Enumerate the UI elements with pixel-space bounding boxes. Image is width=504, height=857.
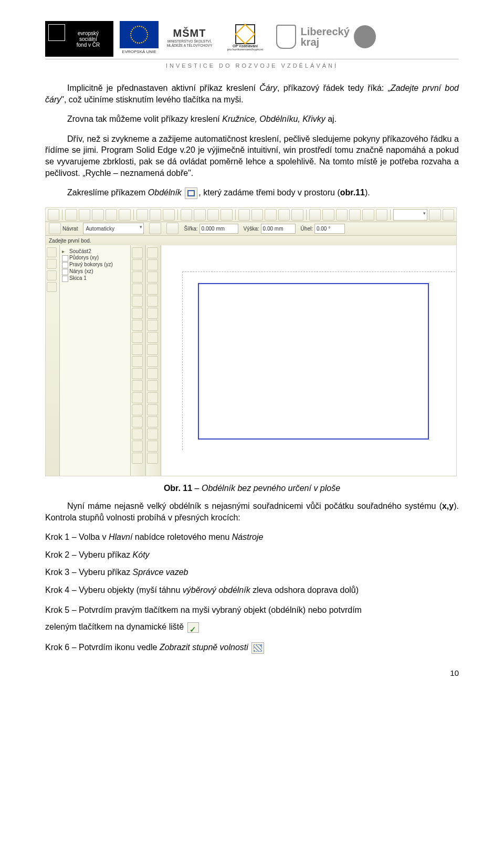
tool-fillet[interactable] (147, 308, 158, 319)
toolbar-btn[interactable] (309, 209, 321, 221)
tool-btn[interactable] (147, 332, 158, 343)
tool-btn[interactable] (132, 356, 143, 367)
tool-btn[interactable] (132, 296, 143, 307)
toolbar-btn[interactable] (136, 209, 148, 221)
tool-btn[interactable] (132, 320, 143, 331)
logo-kraj-top: Liberecký (300, 26, 349, 37)
height-label: Výška: (244, 226, 259, 232)
height-input[interactable]: 0.00 mm (261, 224, 296, 234)
tool-rectangle[interactable] (147, 271, 158, 283)
logo-kraj-bottom: kraj (300, 37, 349, 47)
tool-btn[interactable] (147, 368, 158, 379)
app-screenshot: Návrat Automaticky Šířka: 0.000 mm Výška… (45, 207, 457, 476)
sidebar-tab[interactable] (47, 259, 57, 269)
toolbar-btn[interactable] (149, 223, 161, 234)
toolbar-btn[interactable] (220, 209, 232, 221)
toolbar-btn[interactable] (150, 209, 161, 221)
toolbar-btn[interactable] (207, 209, 219, 221)
tool-btn[interactable] (132, 453, 143, 464)
tool-select[interactable] (147, 247, 158, 258)
rectangle-icon (185, 187, 197, 199)
angle-input[interactable]: 0.00 ° (314, 224, 345, 234)
app-toolbar-top (46, 208, 456, 222)
command-prompt: Zadejte první bod. (46, 236, 456, 246)
logo-esf: evropský sociální fond v ČR (45, 21, 113, 57)
tool-btn[interactable] (132, 380, 143, 391)
tool-btn[interactable] (147, 356, 158, 367)
tool-btn[interactable] (132, 332, 143, 343)
tool-circle[interactable] (147, 284, 158, 295)
sidebar-tab[interactable] (47, 282, 57, 292)
tool-btn[interactable] (132, 259, 143, 270)
toolbar-btn[interactable] (322, 209, 334, 221)
tree-item[interactable]: Skica 1 (62, 275, 128, 281)
tool-btn[interactable] (132, 271, 143, 283)
para-5: Nyní máme nejasně velký obdélník s nejas… (45, 500, 459, 523)
tool-btn[interactable] (147, 344, 158, 355)
tool-btn[interactable] (147, 404, 158, 415)
tool-btn[interactable] (132, 428, 143, 440)
para-4: Zakreslíme příkazem Obdélník , který zad… (45, 187, 459, 199)
toolbar-btn[interactable] (336, 209, 348, 221)
tool-arc[interactable] (147, 296, 158, 307)
toolbar-btn[interactable] (251, 209, 263, 221)
toolbar-btn[interactable] (119, 209, 130, 221)
tree-item[interactable]: Nárys (xz) (62, 268, 128, 275)
toolbar-btn[interactable] (48, 209, 59, 221)
toolbar-btn[interactable] (163, 209, 174, 221)
toolbox-col1 (131, 245, 146, 476)
para-1: Implicitně je přednastaven aktivní příka… (45, 82, 459, 105)
tool-btn[interactable] (132, 404, 143, 415)
toolbar-btn[interactable] (79, 209, 90, 221)
tree-item[interactable]: Půdorys (xy) (62, 254, 128, 261)
tool-btn[interactable] (147, 416, 158, 427)
tool-btn[interactable] (147, 428, 158, 440)
tool-btn[interactable] (147, 453, 158, 464)
toolbar-btn[interactable] (65, 209, 77, 221)
tool-btn[interactable] (147, 392, 158, 403)
tool-btn[interactable] (132, 441, 143, 452)
sidebar-tab[interactable] (47, 270, 57, 280)
tool-btn[interactable] (147, 320, 158, 331)
logo-msmt: MŠMT MINISTERSTVO ŠKOLSTVÍ, MLÁDEŽE A TĚ… (165, 21, 214, 54)
tree-item[interactable]: Pravý bokorys (yz) (62, 261, 128, 268)
tool-btn[interactable] (132, 247, 143, 258)
para-3: Dřív, než si zvykneme a zažijeme automat… (45, 133, 459, 179)
tool-btn[interactable] (132, 284, 143, 295)
tool-line[interactable] (147, 259, 158, 270)
sidebar-tab[interactable] (47, 247, 57, 257)
tool-btn[interactable] (132, 308, 143, 319)
tool-btn[interactable] (132, 392, 143, 403)
toolbar-btn[interactable] (278, 209, 290, 221)
tool-btn[interactable] (132, 416, 143, 427)
tool-btn[interactable] (132, 368, 143, 379)
width-input[interactable]: 0.000 mm (200, 224, 238, 234)
toolbar-btn[interactable] (265, 209, 276, 221)
toolbar-btn[interactable] (194, 209, 205, 221)
tool-btn[interactable] (132, 344, 143, 355)
toolbar-btn[interactable] (92, 209, 103, 221)
step-3: Krok 3 – Vyberu příkaz Správce vazeb (45, 567, 459, 578)
figure-caption: Obr. 11 – Obdélník bez pevného určení v … (45, 484, 459, 493)
tool-btn[interactable] (147, 441, 158, 452)
return-button[interactable] (49, 223, 61, 234)
toolbar-btn[interactable] (429, 209, 440, 221)
toolbar-btn[interactable] (238, 209, 250, 221)
logo-kraj: Liberecký kraj (276, 21, 376, 53)
mode-dropdown[interactable]: Automaticky (83, 223, 144, 234)
toolbar-btn[interactable] (349, 209, 361, 221)
tool-btn[interactable] (147, 380, 158, 391)
toolbox-col2 (146, 245, 161, 476)
toolbar-btn[interactable] (291, 209, 303, 221)
toolbar-btn[interactable] (376, 209, 387, 221)
axis-y (182, 271, 183, 450)
degrees-of-freedom-icon (251, 642, 264, 654)
toolbar-dropdown[interactable] (393, 209, 427, 221)
tree-root[interactable]: Součást2 (62, 248, 128, 254)
toolbar-btn[interactable] (106, 209, 117, 221)
toolbar-btn[interactable] (181, 209, 192, 221)
toolbar-btn[interactable] (166, 223, 178, 234)
toolbar-btn[interactable] (443, 209, 454, 221)
drawing-canvas[interactable] (161, 245, 456, 476)
toolbar-btn[interactable] (362, 209, 374, 221)
